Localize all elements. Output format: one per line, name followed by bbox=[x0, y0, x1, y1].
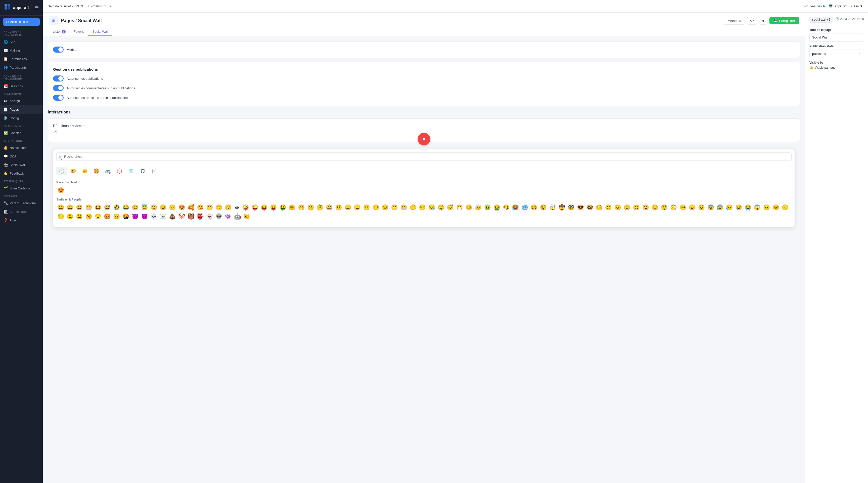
emoji-item[interactable]: 🤧 bbox=[502, 203, 510, 212]
emoji-item[interactable]: 🤗 bbox=[288, 203, 297, 212]
emoji-item[interactable]: 😮 bbox=[641, 203, 650, 212]
close-emoji-button[interactable]: × bbox=[417, 133, 430, 145]
emoji-item[interactable]: 👿 bbox=[140, 212, 149, 221]
allow-pub-toggle[interactable] bbox=[53, 76, 64, 82]
emoji-item[interactable]: 🤪 bbox=[241, 203, 250, 212]
cat-animals[interactable]: 🐱 bbox=[80, 167, 90, 175]
emoji-item[interactable]: 😃 bbox=[66, 203, 74, 212]
emoji-item[interactable]: 😠 bbox=[112, 212, 121, 221]
nouveautes-button[interactable]: Nouveautés bbox=[804, 4, 825, 8]
emoji-item[interactable]: 🤨 bbox=[334, 203, 343, 212]
emoji-item[interactable]: 😧 bbox=[697, 203, 706, 212]
emoji-item[interactable]: 🥺 bbox=[678, 203, 687, 212]
sidebar-item-param-technique[interactable]: 🔧 Param. Technique bbox=[0, 199, 43, 207]
cat-symbols[interactable]: 👕 bbox=[126, 167, 136, 175]
emoji-item[interactable]: 😓 bbox=[56, 212, 65, 221]
emoji-item[interactable]: 🥵 bbox=[511, 203, 520, 212]
emoji-item[interactable]: 🤕 bbox=[474, 203, 483, 212]
sidebar-item-administration[interactable]: 🏛️ Administration bbox=[0, 207, 43, 216]
emoji-item[interactable]: 👾 bbox=[224, 212, 232, 221]
allow-comments-toggle[interactable] bbox=[53, 85, 64, 91]
emoji-item[interactable]: 😛 bbox=[269, 203, 278, 212]
emoji-item[interactable]: 🥴 bbox=[530, 203, 538, 212]
allow-reactions-toggle[interactable] bbox=[53, 95, 64, 101]
emoji-item[interactable]: 😵 bbox=[539, 203, 548, 212]
emoji-item[interactable]: 😁 bbox=[84, 203, 93, 212]
emoji-item[interactable]: 🤔 bbox=[316, 203, 324, 212]
emoji-item[interactable]: 😘 bbox=[196, 203, 205, 212]
tab-favoris[interactable]: Favoris bbox=[70, 28, 89, 36]
emoji-item[interactable]: 😟 bbox=[613, 203, 622, 212]
emoji-item[interactable]: 😥 bbox=[725, 203, 734, 212]
emoji-item[interactable]: 😉 bbox=[159, 203, 167, 212]
emoji-item[interactable]: 👹 bbox=[187, 212, 195, 221]
sidebar-item-formulaires[interactable]: 📋 Formulaires bbox=[0, 55, 43, 63]
emoji-item[interactable]: 😔 bbox=[418, 203, 427, 212]
emoji-item[interactable]: 😊 bbox=[131, 203, 140, 212]
emoji-item[interactable]: 🤓 bbox=[585, 203, 594, 212]
emoji-item[interactable]: 🤣 bbox=[112, 203, 121, 212]
emoji-item[interactable]: 😨 bbox=[706, 203, 715, 212]
code-button[interactable]: </> bbox=[747, 17, 757, 25]
sidebar-item-checkin[interactable]: ✅ Checkin bbox=[0, 128, 43, 137]
sidebar-item-mailing[interactable]: ✉️ Mailing bbox=[0, 46, 43, 55]
emoji-item[interactable]: 😂 bbox=[121, 203, 130, 212]
emoji-item[interactable]: 🤭 bbox=[297, 203, 306, 212]
emoji-item[interactable]: 😍 bbox=[56, 186, 65, 195]
emoji-item[interactable]: 😺 bbox=[242, 212, 251, 221]
save-button[interactable]: 💾 Enregistrer bbox=[769, 17, 799, 24]
emoji-item[interactable]: 😲 bbox=[660, 203, 669, 212]
emoji-item[interactable]: 💀 bbox=[149, 212, 158, 221]
emoji-item[interactable]: 😬 bbox=[399, 203, 408, 212]
emoji-item[interactable]: 😗 bbox=[205, 203, 214, 212]
emoji-item[interactable]: 😝 bbox=[260, 203, 269, 212]
emoji-item[interactable]: 🤖 bbox=[233, 212, 242, 221]
emoji-item[interactable]: 🤯 bbox=[548, 203, 557, 212]
emoji-item[interactable]: 😅 bbox=[103, 203, 112, 212]
sidebar-item-apercu[interactable]: 👁️ Aperçu bbox=[0, 97, 43, 105]
medias-toggle[interactable] bbox=[53, 47, 64, 53]
emoji-item[interactable]: 😆 bbox=[94, 203, 102, 212]
sidebar-item-bilan-carbone[interactable]: 🌱 Bilan Carbone bbox=[0, 184, 43, 192]
access-site-button[interactable]: ⬡ Accès au site bbox=[3, 18, 40, 26]
emoji-item[interactable]: 👻 bbox=[205, 212, 214, 221]
emoji-item[interactable]: 😷 bbox=[455, 203, 464, 212]
cat-food[interactable]: 🍔 bbox=[91, 167, 101, 175]
emoji-item[interactable]: 😢 bbox=[734, 203, 743, 212]
emoji-item[interactable]: 😕 bbox=[604, 203, 613, 212]
emoji-item[interactable]: 🤑 bbox=[278, 203, 287, 212]
emoji-item[interactable]: 😇 bbox=[140, 203, 149, 212]
emoji-item[interactable]: ☹️ bbox=[632, 203, 641, 212]
emoji-item[interactable]: 😰 bbox=[716, 203, 724, 212]
emoji-item[interactable]: 🙁 bbox=[623, 203, 631, 212]
sidebar-item-config[interactable]: ⚙️ Config bbox=[0, 114, 43, 122]
sidebar-item-qa[interactable]: 💬 Q&A bbox=[0, 152, 43, 160]
emoji-item[interactable]: 😖 bbox=[762, 203, 771, 212]
emoji-item[interactable]: 🤫 bbox=[306, 203, 315, 212]
emoji-item[interactable]: 😞 bbox=[781, 203, 789, 212]
emoji-item[interactable]: 🤠 bbox=[557, 203, 566, 212]
user-menu[interactable]: Célia ▼ bbox=[851, 4, 863, 8]
emoji-item[interactable]: 😶 bbox=[362, 203, 371, 212]
emoji-item[interactable]: 🙂 bbox=[149, 203, 158, 212]
emoji-item[interactable]: 😳 bbox=[669, 203, 678, 212]
emoji-item[interactable]: 😒 bbox=[381, 203, 390, 212]
emoji-item[interactable]: 😭 bbox=[744, 203, 752, 212]
page-title-input[interactable] bbox=[809, 33, 864, 41]
emoji-item[interactable]: 🤢 bbox=[483, 203, 492, 212]
emoji-item[interactable]: 😣 bbox=[771, 203, 780, 212]
cat-travel[interactable]: 🚌 bbox=[102, 167, 113, 175]
emoji-item[interactable]: 🥱 bbox=[84, 212, 93, 221]
emoji-item[interactable]: 😤 bbox=[94, 212, 102, 221]
emoji-item[interactable]: 😦 bbox=[688, 203, 696, 212]
emoji-item[interactable]: 🤮 bbox=[492, 203, 501, 212]
emoji-item[interactable]: 🥰 bbox=[187, 203, 195, 212]
emoji-item[interactable]: 🥸 bbox=[567, 203, 576, 212]
metadata-button[interactable]: Metadata bbox=[724, 17, 745, 25]
hamburger-icon[interactable]: ☰ bbox=[35, 5, 39, 10]
emoji-item[interactable]: 😱 bbox=[753, 203, 762, 212]
publication-state-select[interactable]: published draft archived bbox=[809, 50, 864, 58]
emoji-search-input[interactable] bbox=[56, 152, 792, 161]
emoji-item[interactable]: 😀 bbox=[56, 203, 65, 212]
emoji-item[interactable]: 🤤 bbox=[436, 203, 445, 212]
